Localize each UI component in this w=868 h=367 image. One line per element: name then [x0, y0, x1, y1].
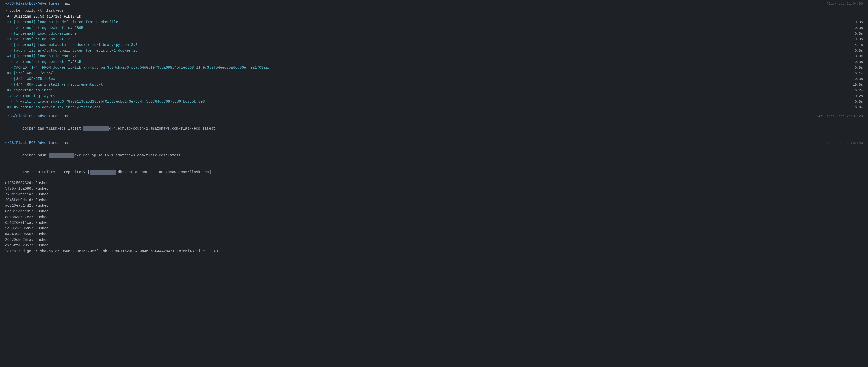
push-line-13: latest: digest: sha256:c690566c233815170…: [0, 248, 868, 254]
push-output: The push refers to repository [ .dkr.ecr…: [0, 164, 868, 254]
duration-label-2: 24s: [816, 114, 822, 119]
header-right-3: flask-ecs 21:07:43: [827, 141, 863, 146]
push-line-12: e2c6ff462357: Pushed: [0, 243, 868, 248]
build-time-13: 0.2s: [855, 88, 863, 93]
push-line-11: 26270c5e25fa: Pushed: [0, 237, 868, 243]
build-line-9: => CACHED [1/4] FROM docker.io/library/p…: [0, 65, 868, 71]
push-line-10: a42439ce9650: Pushed: [0, 232, 868, 237]
path-label-3: ~/CS/Flask-ECS-Adventures: [5, 141, 59, 145]
push-text-3: 726d124fae1a: Pushed: [5, 192, 863, 197]
build-time-8: 0.0s: [855, 60, 863, 65]
prompt-push: › docker push dkr.ecr.ap-south-1.amazona…: [0, 147, 868, 164]
build-text-5: => [internal] load metadata for docker.i…: [5, 42, 850, 48]
build-text-2: => => transferring dockerfile: 289B: [5, 25, 850, 31]
push-line-2: 5f70bf18a086: Pushed: [0, 186, 868, 192]
push-text-6: 84a815ddec01: Pushed: [5, 209, 863, 214]
push-text-10: a42439ce9650: Pushed: [5, 232, 863, 237]
header-right-1: flask-ecs 21:04:00: [827, 1, 863, 6]
build-text-16: => => naming to docker.io/library/flask-…: [5, 105, 850, 110]
time-label-3: flask-ecs 21:07:43: [827, 141, 863, 146]
build-time-14: 0.2s: [855, 94, 863, 99]
build-line-3: => [internal] load .dockerignore 0.0s: [0, 31, 868, 37]
build-time-5: 4.1s: [855, 42, 863, 48]
build-time-4: 0.0s: [855, 37, 863, 42]
build-time-3: 0.0s: [855, 31, 863, 36]
push-text-9: 5d5962699bd5: Pushed: [5, 226, 863, 231]
tag-redacted: [83, 126, 109, 131]
branch-label-1: main: [64, 2, 72, 6]
push-line-8: 651326e9f1ca: Pushed: [0, 220, 868, 226]
push-text-8: 651326e9f1ca: Pushed: [5, 220, 863, 226]
build-time-2: 0.0s: [855, 26, 863, 31]
tag-before: docker tag flask-ecs:latest: [23, 127, 83, 131]
build-line-10: => [2/4] ADD . /c3po/ 0.1s: [0, 71, 868, 76]
header-path-2: ~/CS/Flask-ECS-Adventures main: [5, 113, 72, 119]
build-time-1: 0.0s: [855, 20, 863, 25]
build-text-11: => [3/4] WORKDIR /c3po: [5, 76, 850, 82]
push-text-11: 26270c5e25fa: Pushed: [5, 237, 863, 243]
prompt-char-2: ›: [5, 121, 7, 126]
push-line-0: The push refers to repository [ .dkr.ecr…: [0, 164, 868, 180]
build-line-4: => => transferring context: 2B 0.0s: [0, 37, 868, 42]
build-time-16: 0.0s: [855, 105, 863, 110]
build-time-9: 0.0s: [855, 65, 863, 70]
push-after: dkr.ecr.ap-south-1.amazonaws.com/flask-e…: [74, 153, 181, 158]
push-before: docker push: [23, 153, 49, 158]
path-label-1: ~/CS/Flask-ECS-Adventures: [5, 2, 59, 6]
prompt-build: › docker build -t flask-ecs .: [0, 7, 868, 14]
prompt-tag: › docker tag flask-ecs:latest dkr.ecr.ap…: [0, 120, 868, 137]
command-tag: docker tag flask-ecs:latest dkr.ecr.ap-s…: [9, 121, 215, 137]
push-line-6: 84a815ddec01: Pushed: [0, 209, 868, 214]
build-text-9: => CACHED [1/4] FROM docker.io/library/p…: [5, 65, 850, 70]
build-line-15: => => writing image sha256:78a30119da5d3…: [0, 99, 868, 105]
branch-label-2: main: [64, 114, 72, 118]
header-path-1: ~/CS/Flask-ECS-Adventures main: [5, 1, 72, 6]
build-text-12: => [4/4] RUN pip install -r requirements…: [5, 82, 847, 88]
build-line-11: => [3/4] WORKDIR /c3po 0.0s: [0, 76, 868, 82]
prompt-char-3: ›: [5, 147, 7, 153]
build-line-16: => => naming to docker.io/library/flask-…: [0, 105, 868, 110]
build-time-12: 19.0s: [853, 82, 863, 88]
build-text-7: => [internal] load build context: [5, 54, 850, 59]
push-repo-redacted: [90, 170, 116, 175]
build-text-13: => exporting to image: [5, 88, 850, 93]
build-line-6: => [auth] library/python:pull token for …: [0, 48, 868, 54]
header-bar-1: ~/CS/Flask-ECS-Adventures main flask-ecs…: [0, 0, 868, 7]
tag-after: dkr.ecr.ap-south-1.amazonaws.com/flask-e…: [109, 127, 215, 131]
push-line-5: ad316ea514d2: Pushed: [0, 203, 868, 209]
build-text-10: => [2/4] ADD . /c3po/: [5, 71, 850, 76]
build-output: [+] Building 23.5s (10/10) FINISHED => […: [0, 14, 868, 110]
push-text-12: e2c6ff462357: Pushed: [5, 243, 863, 248]
push-redacted: [49, 153, 74, 158]
build-line-0: [+] Building 23.5s (10/10) FINISHED: [0, 14, 868, 20]
push-text-13: latest: digest: sha256:c690566c233815170…: [5, 248, 863, 254]
build-line-14: => => exporting layers 0.2s: [0, 93, 868, 99]
push-text-0: The push refers to repository [ .dkr.ecr…: [5, 164, 858, 180]
build-time-7: 0.0s: [855, 54, 863, 59]
build-text-3: => [internal] load .dockerignore: [5, 31, 850, 36]
build-text-1: => [internal] load build definition from…: [5, 20, 850, 25]
build-text-4: => => transferring context: 2B: [5, 37, 850, 42]
build-line-13: => exporting to image 0.2s: [0, 88, 868, 93]
push-line-4: 2945feb9da1d: Pushed: [0, 197, 868, 203]
path-label-2: ~/CS/Flask-ECS-Adventures: [5, 114, 59, 118]
build-time-15: 0.0s: [855, 99, 863, 104]
push-text-4: 2945feb9da1d: Pushed: [5, 197, 863, 203]
branch-label-3: main: [64, 141, 72, 145]
build-line-12: => [4/4] RUN pip install -r requirements…: [0, 82, 868, 88]
build-time-6: 0.0s: [855, 48, 863, 54]
build-text-14: => => exporting layers: [5, 93, 850, 99]
build-text-6: => [auth] library/python:pull token for …: [5, 48, 850, 54]
build-line-8: => => transferring context: 7.98kB 0.0s: [0, 59, 868, 65]
header-right-2: 24s flask-ecs 21:07:23: [816, 114, 863, 119]
time-label-1: flask-ecs 21:04:00: [827, 1, 863, 6]
push-text-7: 8d18b38717e2: Pushed: [5, 214, 863, 220]
prompt-char-1: ›: [5, 8, 7, 13]
push-line-1: c1652505232d: Pushed: [0, 180, 868, 186]
build-time-11: 0.0s: [855, 77, 863, 82]
command-build: docker build -t flask-ecs .: [9, 8, 68, 13]
build-line-2: => => transferring dockerfile: 289B 0.0s: [0, 25, 868, 31]
push-line-3: 726d124fae1a: Pushed: [0, 192, 868, 197]
build-time-10: 0.1s: [855, 71, 863, 76]
push-line-9: 5d5962699bd5: Pushed: [0, 226, 868, 232]
